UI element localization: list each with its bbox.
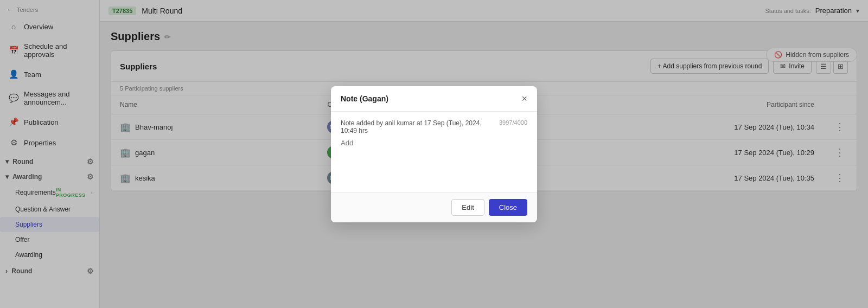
note-modal: Note (Gagan) × Note added by anil kumar … — [331, 86, 537, 222]
edit-note-button[interactable]: Edit — [451, 199, 484, 216]
note-added-text: Note added by anil kumar at 17 Sep (Tue)… — [341, 119, 499, 134]
modal-body: Note added by anil kumar at 17 Sep (Tue)… — [331, 112, 537, 192]
modal-close-button[interactable]: × — [521, 94, 527, 104]
close-modal-button[interactable]: Close — [489, 199, 527, 216]
note-count: 3997/4000 — [499, 119, 527, 126]
modal-title: Note (Gagan) — [341, 94, 388, 103]
modal-footer: Edit Close — [331, 192, 537, 222]
modal-overlay[interactable]: Note (Gagan) × Note added by anil kumar … — [0, 0, 868, 308]
note-meta: Note added by anil kumar at 17 Sep (Tue)… — [341, 119, 527, 134]
note-add-textarea[interactable] — [341, 139, 527, 182]
modal-header: Note (Gagan) × — [331, 86, 537, 112]
